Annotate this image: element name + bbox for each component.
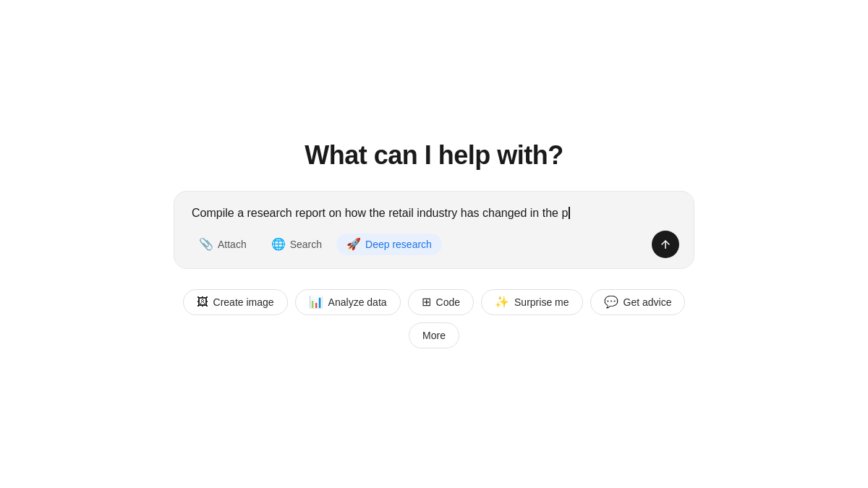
analyze-data-icon: 📊 — [309, 296, 323, 308]
chip-create-image[interactable]: 🖼 Create image — [183, 289, 288, 315]
code-icon: ⊞ — [422, 296, 431, 308]
input-text-display[interactable]: Compile a research report on how the ret… — [189, 205, 679, 222]
main-container: What can I help with? Compile a research… — [174, 140, 694, 348]
chip-get-advice[interactable]: 💬 Get advice — [590, 289, 686, 315]
chip-more-label: More — [422, 330, 446, 341]
deep-research-icon: 🚀 — [346, 239, 361, 250]
chip-code[interactable]: ⊞ Code — [408, 289, 474, 315]
chip-analyze-data-label: Analyze data — [328, 296, 387, 308]
cursor — [569, 207, 570, 219]
chip-code-label: Code — [436, 296, 460, 308]
input-actions-row: 📎 Attach 🌐 Search 🚀 Deep research — [189, 231, 679, 258]
page-heading: What can I help with? — [305, 140, 563, 171]
chip-analyze-data[interactable]: 📊 Analyze data — [295, 289, 401, 315]
get-advice-icon: 💬 — [604, 296, 618, 308]
create-image-icon: 🖼 — [197, 296, 208, 308]
search-icon: 🌐 — [271, 239, 286, 250]
deep-research-button[interactable]: 🚀 Deep research — [336, 234, 442, 255]
attach-label: Attach — [218, 239, 247, 250]
chip-surprise-me-label: Surprise me — [514, 296, 569, 308]
search-button[interactable]: 🌐 Search — [261, 234, 332, 255]
suggestion-chips: 🖼 Create image 📊 Analyze data ⊞ Code ✨ S… — [174, 289, 694, 348]
input-box: Compile a research report on how the ret… — [174, 191, 694, 269]
chip-get-advice-label: Get advice — [624, 296, 672, 308]
arrow-up-icon — [659, 238, 672, 251]
input-actions-left: 📎 Attach 🌐 Search 🚀 Deep research — [189, 234, 442, 255]
deep-research-label: Deep research — [365, 239, 432, 250]
chip-more[interactable]: More — [409, 322, 459, 348]
attach-icon: 📎 — [199, 239, 213, 250]
surprise-me-icon: ✨ — [495, 296, 509, 308]
attach-button[interactable]: 📎 Attach — [189, 234, 257, 255]
search-label: Search — [290, 239, 322, 250]
chip-create-image-label: Create image — [213, 296, 274, 308]
input-value: Compile a research report on how the ret… — [192, 207, 568, 219]
chip-surprise-me[interactable]: ✨ Surprise me — [481, 289, 582, 315]
submit-button[interactable] — [652, 231, 679, 258]
